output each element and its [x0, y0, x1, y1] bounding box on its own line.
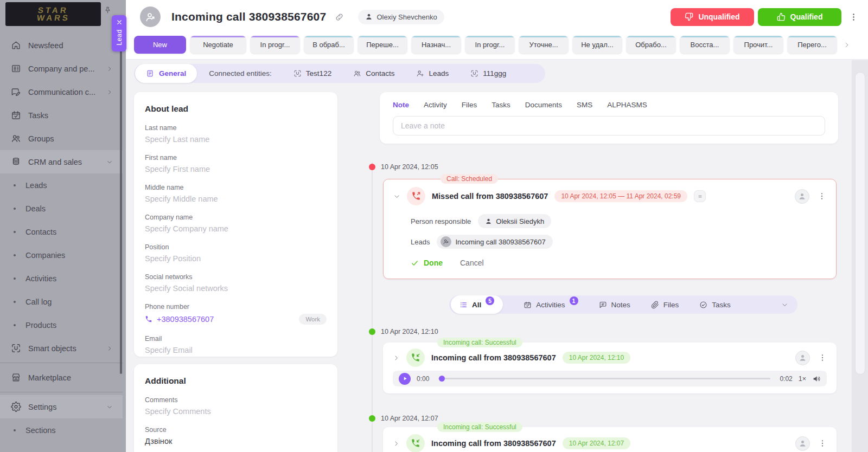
stage-in-progress-2[interactable]: In progr... — [465, 36, 515, 54]
author-avatar — [795, 351, 810, 365]
sidebar-item-products[interactable]: Products — [0, 313, 123, 337]
sidebar-item-groups[interactable]: Groups — [0, 127, 123, 150]
tab-entity-111ggg[interactable]: 111ggg — [470, 69, 506, 78]
sidebar-item-leads[interactable]: Leads — [0, 173, 123, 197]
pin-icon[interactable] — [104, 6, 112, 14]
card-menu-icon[interactable] — [818, 353, 827, 362]
field-source[interactable]: Source Дзвінок — [145, 426, 327, 445]
tab-note[interactable]: Note — [393, 101, 409, 109]
sidebar-item-contacts[interactable]: Contacts — [0, 220, 123, 243]
sidebar-item-tasks[interactable]: Tasks — [0, 104, 123, 127]
sidebar-item-activities[interactable]: Activities — [0, 267, 123, 290]
company-icon — [11, 63, 21, 74]
sidebar-item-newsfeed[interactable]: Newsfeed — [0, 34, 123, 57]
sidebar-item-company-and-people[interactable]: Company and pe... — [0, 57, 123, 80]
main-scrollbar-track[interactable] — [852, 60, 868, 452]
tab-activity[interactable]: Activity — [424, 101, 447, 109]
description-indicator-icon[interactable] — [694, 190, 706, 202]
check-icon — [411, 259, 419, 267]
lead-panel-tab[interactable]: Lead — [112, 15, 126, 51]
collapse-icon[interactable] — [393, 193, 400, 200]
tab-documents[interactable]: Documents — [525, 101, 562, 109]
assignee-chip[interactable]: Olexiy Shevchenko — [358, 10, 444, 24]
field-comments[interactable]: Comments Specify Comments — [145, 396, 327, 416]
expand-icon[interactable] — [393, 354, 400, 361]
sidebar-item-smart-objects[interactable]: Smart objects — [0, 337, 123, 360]
stage-prochit[interactable]: Прочит... — [733, 36, 783, 54]
tab-entity-leads[interactable]: Leads — [416, 69, 449, 78]
card-menu-icon[interactable] — [818, 192, 826, 201]
filter-tasks[interactable]: Tasks — [699, 301, 731, 309]
tab-sms[interactable]: SMS — [577, 101, 592, 109]
card-menu-icon[interactable] — [818, 439, 827, 448]
tab-entity-contacts[interactable]: Contacts — [353, 69, 394, 78]
missed-call-icon — [407, 187, 425, 205]
filter-activities[interactable]: Activities 1 — [524, 300, 578, 309]
sidebar-item-sections[interactable]: Sections — [0, 418, 123, 442]
stage-obrabo[interactable]: Обрабо... — [626, 36, 676, 54]
field-middle-name[interactable]: Middle name Specify Middle name — [145, 184, 327, 203]
sidebar-item-label: Contacts — [25, 228, 56, 236]
copy-link-icon[interactable] — [335, 12, 344, 22]
sidebar-item-label: Groups — [28, 134, 54, 143]
close-icon[interactable] — [116, 19, 123, 25]
header-menu-icon[interactable] — [849, 12, 858, 22]
sidebar-item-communication-channels[interactable]: Communication c... — [0, 80, 123, 104]
stage-utochne[interactable]: Уточне... — [519, 36, 569, 54]
stage-ne-udal[interactable]: Не удал... — [572, 36, 622, 54]
audio-seek-knob[interactable] — [439, 376, 445, 382]
sidebar-item-marketplace[interactable]: Marketplace — [0, 366, 123, 389]
stage-in-progress[interactable]: In progr... — [250, 36, 300, 54]
note-input[interactable] — [393, 116, 825, 135]
field-phone-number[interactable]: Phone number +380938567607 Work — [145, 303, 327, 325]
playback-speed[interactable]: 1× — [799, 375, 806, 383]
phone-value[interactable]: +380938567607 — [157, 315, 214, 324]
assignee-name: Olexiy Shevchenko — [376, 13, 437, 21]
done-button[interactable]: Done — [411, 259, 443, 267]
filter-expand-icon[interactable] — [781, 301, 788, 308]
sidebar-item-companies[interactable]: Companies — [0, 243, 123, 267]
calendar-check-icon — [524, 301, 532, 309]
app-logo[interactable]: STAR WARS — [5, 2, 101, 26]
volume-icon[interactable] — [812, 374, 821, 383]
sidebar-item-call-log[interactable]: Call log — [0, 290, 123, 313]
stage-v-obrab[interactable]: В обраб... — [304, 36, 354, 54]
stage-new[interactable]: New — [134, 36, 186, 54]
filter-all[interactable]: All 5 — [451, 295, 503, 314]
tab-entity-test122[interactable]: Test122 — [293, 69, 331, 78]
stage-negotiate[interactable]: Negotiate — [190, 36, 246, 54]
field-company-name[interactable]: Company name Specify Company name — [145, 214, 327, 233]
play-button[interactable] — [399, 373, 411, 385]
tab-files[interactable]: Files — [462, 101, 477, 109]
stage-vossta[interactable]: Восста... — [680, 36, 730, 54]
field-social-networks[interactable]: Social networks Specify Social networks — [145, 273, 327, 293]
field-first-name[interactable]: First name Specify First name — [145, 154, 327, 173]
sidebar-item-settings[interactable]: Settings — [0, 395, 123, 418]
cancel-button[interactable]: Cancel — [460, 259, 484, 267]
expand-icon[interactable] — [393, 440, 400, 447]
stages-scroll-right-icon[interactable] — [843, 41, 851, 49]
stage-perego[interactable]: Перего... — [787, 36, 837, 54]
timeline-dot-red — [369, 164, 375, 170]
sidebar-scrollbar[interactable] — [120, 49, 122, 374]
filter-files[interactable]: Files — [651, 301, 679, 309]
tab-general[interactable]: General — [135, 64, 197, 83]
card-header: Incoming call from 380938567607 10 Apr 2… — [393, 434, 827, 452]
tab-alphasms[interactable]: ALPHASMS — [607, 101, 647, 109]
sidebar-item-deals[interactable]: Deals — [0, 197, 123, 220]
timeline-date: 10 Apr 2024, 12:10 — [381, 328, 438, 335]
field-position[interactable]: Position Specify Position — [145, 243, 327, 263]
qualified-button[interactable]: Qualified — [758, 8, 841, 26]
field-email[interactable]: Email Specify Email — [145, 335, 327, 354]
person-responsible-chip[interactable]: Oleksii Siedykh — [478, 214, 551, 228]
filter-notes[interactable]: Notes — [599, 301, 630, 309]
sidebar-item-crm-and-sales[interactable]: CRM and sales — [0, 150, 123, 173]
audio-seekbar[interactable] — [438, 378, 770, 379]
tab-tasks[interactable]: Tasks — [492, 101, 510, 109]
unqualified-button[interactable]: Unqualified — [671, 8, 754, 26]
stage-pereshe[interactable]: Переше... — [358, 36, 407, 54]
main-scrollbar-thumb[interactable] — [855, 72, 865, 374]
field-last-name[interactable]: Last name Specify Last name — [145, 124, 327, 144]
lead-reference-chip[interactable]: Incoming call 380938567607 — [437, 235, 552, 249]
stage-naznach[interactable]: Назнач... — [411, 36, 461, 54]
